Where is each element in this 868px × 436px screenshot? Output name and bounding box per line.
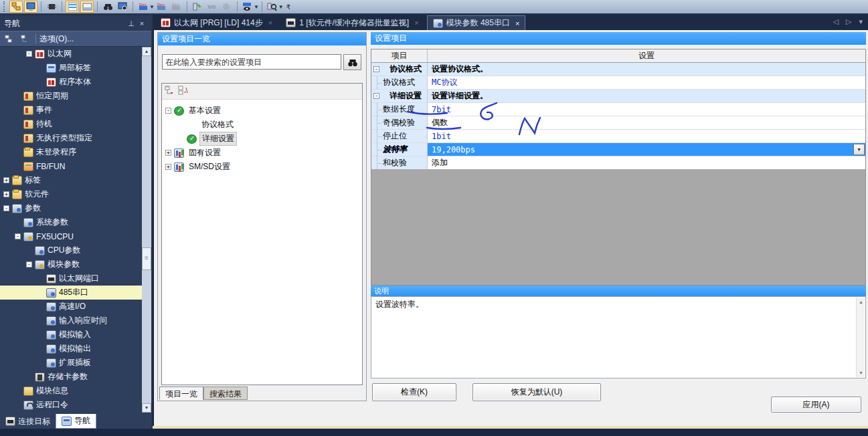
search-input[interactable] bbox=[162, 54, 341, 70]
dropdown-arrow-icon[interactable]: ▼ bbox=[254, 4, 259, 10]
collapse-icon[interactable]: - bbox=[26, 51, 32, 57]
tree-item[interactable]: 详细设置 bbox=[162, 132, 362, 146]
tree-item[interactable]: 模拟输出 bbox=[0, 342, 142, 356]
expand-icon[interactable]: + bbox=[165, 164, 171, 170]
tree-item[interactable]: 远程口令 bbox=[0, 398, 142, 412]
value-cell[interactable]: 设置协议格式。 bbox=[428, 63, 865, 76]
tree-item[interactable]: 输入响应时间 bbox=[0, 314, 142, 328]
connection-monitor-icon[interactable] bbox=[24, 1, 37, 13]
item-cell[interactable]: 数据长度 bbox=[371, 103, 428, 116]
scroll-down-icon[interactable]: ▼ bbox=[857, 368, 865, 377]
device-comment-icon[interactable]: Dev bbox=[137, 1, 150, 13]
device-memory-icon[interactable]: Dev bbox=[155, 1, 169, 13]
tree-item[interactable]: 无执行类型指定 bbox=[0, 131, 142, 145]
scroll-thumb[interactable] bbox=[142, 247, 151, 270]
tree-item[interactable]: +固有设置 bbox=[162, 146, 362, 160]
options-link[interactable]: 选项(O)... bbox=[39, 33, 74, 45]
keyboard-entry-icon[interactable] bbox=[80, 1, 94, 13]
tree-item[interactable]: 系统参数 bbox=[0, 215, 142, 229]
device-batch-icon[interactable]: Dev bbox=[170, 1, 183, 13]
collapse-icon[interactable]: - bbox=[165, 108, 171, 114]
tab-ethernet-program[interactable]: 以太网 [PRG] [LD] 414步 × bbox=[155, 15, 278, 30]
item-cell[interactable]: 协议格式 bbox=[371, 76, 428, 89]
tree-item[interactable]: -参数 bbox=[0, 201, 142, 215]
dropdown-button[interactable]: ▼ bbox=[853, 144, 865, 155]
tree-item[interactable]: +软元件 bbox=[0, 187, 142, 201]
tree-item[interactable]: 485串口 bbox=[0, 286, 142, 300]
value-cell[interactable]: 添加 bbox=[428, 156, 865, 169]
tab-item-list[interactable]: 项目一览 bbox=[159, 387, 203, 400]
register-watch-icon[interactable] bbox=[191, 1, 204, 13]
tree-item[interactable]: +SM/SD设置 bbox=[162, 160, 362, 174]
tab-search-result[interactable]: 搜索结果 bbox=[203, 387, 248, 400]
tree-item[interactable]: -FX5UCPU bbox=[0, 229, 142, 243]
tree-item[interactable]: CPU参数 bbox=[0, 243, 142, 257]
tree-item[interactable]: 高速I/O bbox=[0, 300, 142, 314]
collapse-icon[interactable]: - bbox=[3, 205, 9, 211]
tab-close-icon[interactable]: × bbox=[515, 19, 519, 27]
tree-item[interactable]: 扩展插板 bbox=[0, 356, 142, 370]
tab-module-parameter-485[interactable]: 模块参数 485串口 × bbox=[427, 15, 526, 30]
tab-connection-target[interactable]: 连接目标 bbox=[0, 414, 56, 429]
tree-item[interactable]: +标签 bbox=[0, 173, 142, 187]
tree-filter-icon[interactable] bbox=[3, 33, 16, 45]
item-cell[interactable]: 奇偶校验 bbox=[371, 116, 428, 129]
tree-item[interactable]: 待机 bbox=[0, 117, 142, 131]
tree-item[interactable]: 程序本体 bbox=[0, 75, 142, 89]
tab-scroll-arrows[interactable]: ◁ ▷ ▾ bbox=[833, 17, 865, 26]
find-binoculars-icon[interactable] bbox=[101, 1, 114, 13]
dropdown-arrow-icon[interactable]: ▼ bbox=[149, 4, 155, 10]
expand-icon[interactable]: + bbox=[3, 191, 9, 197]
tab-close-icon[interactable]: × bbox=[414, 19, 418, 27]
module-chip-icon[interactable] bbox=[45, 1, 58, 13]
expand-icon[interactable]: + bbox=[165, 150, 171, 156]
tree-item[interactable]: -模块参数 bbox=[0, 257, 142, 271]
toolbar-grip[interactable] bbox=[3, 1, 7, 12]
navigation-scrollbar[interactable]: ▲ ▼ bbox=[142, 47, 151, 413]
zoom-tool-icon[interactable] bbox=[266, 1, 279, 13]
find-in-window-icon[interactable] bbox=[116, 1, 129, 13]
tree-item[interactable]: -基本设置 bbox=[162, 104, 362, 118]
navigation-tree-icon[interactable] bbox=[9, 1, 23, 13]
tree-item[interactable]: FB/FUN bbox=[0, 159, 142, 173]
expand-icon[interactable]: + bbox=[3, 177, 9, 183]
collapse-icon[interactable]: - bbox=[373, 93, 379, 99]
apply-button[interactable]: 应用(A) bbox=[771, 397, 861, 413]
item-cell[interactable]: 波特率 bbox=[371, 143, 428, 156]
tree-item[interactable]: 局部标签 bbox=[0, 61, 142, 75]
search-button[interactable] bbox=[343, 54, 361, 70]
ladder-document-icon[interactable] bbox=[66, 1, 79, 13]
tab-navigation[interactable]: 导航 bbox=[56, 414, 96, 429]
item-cell[interactable]: 停止位 bbox=[371, 130, 428, 142]
tab-close-icon[interactable]: × bbox=[268, 19, 272, 27]
tree-item[interactable]: 恒定周期 bbox=[0, 89, 142, 103]
item-cell[interactable]: -协议格式 bbox=[371, 63, 428, 76]
collapse-icon[interactable]: - bbox=[15, 233, 21, 239]
value-cell[interactable]: 偶数 bbox=[428, 116, 865, 129]
item-cell[interactable]: 和校验 bbox=[371, 156, 428, 169]
value-cell[interactable]: 19,200bps▼ bbox=[428, 143, 865, 156]
tree-item[interactable]: -以太网 bbox=[0, 47, 142, 61]
close-icon[interactable]: × bbox=[137, 19, 147, 27]
tab-device-monitor[interactable]: 1 [软元件/缓冲存储器批量监视] × bbox=[280, 15, 424, 30]
tree-item[interactable]: 未登录程序 bbox=[0, 145, 142, 159]
collapse-icon[interactable]: - bbox=[26, 261, 32, 267]
restore-default-button[interactable]: 恢复为默认(U) bbox=[472, 383, 601, 401]
value-cell[interactable]: MC协议 bbox=[428, 76, 865, 89]
collapse-all-icon[interactable] bbox=[165, 86, 175, 97]
pin-icon[interactable]: ⊥ bbox=[126, 19, 137, 28]
value-cell[interactable]: 1bit bbox=[428, 130, 865, 142]
check-button[interactable]: 检查(K) bbox=[372, 383, 456, 401]
device-display-icon[interactable] bbox=[241, 1, 254, 13]
dropdown-arrow-icon[interactable]: ▼ bbox=[278, 4, 284, 10]
value-cell[interactable]: 7bit bbox=[428, 103, 865, 116]
scroll-up-icon[interactable]: ▲ bbox=[857, 298, 865, 306]
tree-item[interactable]: 以太网端口 bbox=[0, 271, 142, 286]
description-scrollbar[interactable]: ▲ ▼ bbox=[856, 298, 865, 377]
device-tool-icon[interactable] bbox=[220, 1, 234, 13]
value-cell[interactable]: 设置详细设置。 bbox=[428, 90, 865, 102]
scroll-up-icon[interactable]: ▲ bbox=[142, 47, 151, 56]
tree-item[interactable]: 模拟输入 bbox=[0, 328, 142, 342]
tree-item[interactable]: 存储卡参数 bbox=[0, 370, 142, 384]
tree-item[interactable]: 模块信息 bbox=[0, 384, 142, 398]
